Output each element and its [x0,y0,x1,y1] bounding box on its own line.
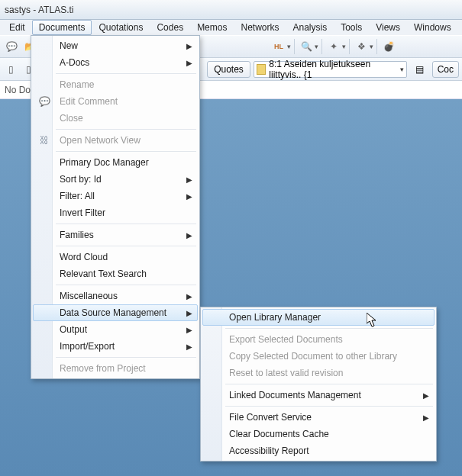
speech-icon[interactable]: 💬 [3,38,20,55]
menu-item-label: Miscellaneous [60,291,118,301]
menu-windows[interactable]: Windows [407,20,458,35]
coc-button[interactable]: Coc [432,61,459,78]
search-icon[interactable]: 🔍 [298,38,315,55]
quotation-selector[interactable]: 8:1 Aseiden kuljetukseen liittyvis.. {1 … [254,61,407,78]
dsm-separator [225,384,433,384]
documents-item-word-cloud[interactable]: Word Cloud [33,249,198,265]
menu-item-label: New [60,40,78,51]
chevron-down-icon: ▾ [400,66,404,73]
documents-item-families[interactable]: Families▶ [33,227,198,243]
documents-item-output[interactable]: Output▶ [33,321,198,338]
menu-item-label: Sort by: Id [60,174,102,185]
title-bar: sastys - ATLAS.ti [0,0,462,20]
documents-separator [56,73,196,74]
menu-analysis[interactable]: Analysis [286,20,334,35]
menu-item-label: Close [60,113,83,124]
menu-documents[interactable]: Documents [32,20,92,35]
submenu-arrow-icon: ▶ [186,292,192,301]
menu-bar: EditDocumentsQuotationsCodesMemosNetwork… [0,20,462,35]
quotation-selector-text: 8:1 Aseiden kuljetukseen liittyvis.. {1 [269,59,396,80]
menu-item-label: Clear Documents Cache [229,429,329,439]
bomb-icon[interactable]: 💣 [380,38,397,55]
dsm-item-linked-documents-management[interactable]: Linked Documents Management▶ [202,387,435,404]
submenu-arrow-icon: ▶ [186,59,192,67]
dsm-item-open-library-manager[interactable]: Open Library Manager [202,309,435,326]
submenu-arrow-icon: ▶ [423,413,429,422]
menu-edit[interactable]: Edit [2,20,32,35]
documents-separator [56,151,196,152]
menu-item-label: Families [60,230,94,240]
menu-tools[interactable]: Tools [334,20,369,35]
dsm-item-reset-to-latest-valid-revision: Reset to latest valid revision [202,365,435,381]
documents-menu: New▶A-Docs▶RenameEdit Comment💬CloseOpen … [31,35,200,379]
menu-item-label: Accessibility Report [229,445,309,456]
menu-item-label: Remove from Project [60,363,146,374]
submenu-arrow-icon: ▶ [186,42,192,50]
menu-item-label: Open Network View [60,135,141,146]
menu-item-label: Output [60,324,87,335]
documents-item-open-network-view: Open Network View⛓ [33,132,198,149]
dsm-item-clear-documents-cache[interactable]: Clear Documents Cache [202,426,435,442]
submenu-arrow-icon: ▶ [186,326,192,334]
net-icon: ⛓ [37,135,52,146]
menu-item-label: Linked Documents Management [229,390,361,400]
menu-item-label: File Convert Service [229,412,312,423]
menu-item-label: A-Docs [60,57,89,68]
documents-item-a-docs[interactable]: A-Docs▶ [33,54,198,71]
documents-item-edit-comment: Edit Comment💬 [33,93,198,110]
dsm-item-accessibility-report[interactable]: Accessibility Report [202,442,435,459]
data-source-management-submenu: Open Library ManagerExport Selected Docu… [200,307,437,462]
xml-icon[interactable]: HL [270,38,287,55]
menu-codes[interactable]: Codes [150,20,190,35]
no-doc-message: No Do [5,85,31,95]
menu-memos[interactable]: Memos [190,20,234,35]
documents-item-rename: Rename [33,76,198,93]
dsm-separator [225,328,433,329]
documents-separator [56,285,196,285]
submenu-arrow-icon: ▶ [186,192,192,201]
documents-item-miscellaneous[interactable]: Miscellaneous▶ [33,288,198,304]
window-title: sastys - ATLAS.ti [5,5,73,15]
menu-item-label: Primary Doc Manager [60,157,149,168]
documents-item-primary-doc-manager[interactable]: Primary Doc Manager [33,154,198,171]
documents-separator [56,357,196,358]
documents-item-import-export[interactable]: Import/Export▶ [33,338,198,355]
menu-item-label: Reset to latest valid revision [229,368,343,378]
menu-item-label: Import/Export [60,341,115,352]
documents-item-data-source-management[interactable]: Data Source Management▶ [33,304,198,321]
submenu-arrow-icon: ▶ [423,391,429,400]
menu-item-label: Data Source Management [60,307,166,318]
menu-item-label: Copy Selected Document to other Library [229,351,397,362]
pdocs-button[interactable]: ▯ [3,61,19,78]
nav-button[interactable]: ▤ [410,61,429,78]
menu-networks[interactable]: Networks [234,20,286,35]
menu-help[interactable]: Help [458,20,462,35]
menu-item-label: Rename [60,79,94,90]
submenu-arrow-icon: ▶ [186,309,192,317]
documents-separator [56,246,196,246]
menu-views[interactable]: Views [369,20,407,35]
wand-icon[interactable]: ✦ [325,38,342,55]
documents-item-remove-from-project: Remove from Project [33,360,198,377]
speech-icon: 💬 [37,96,52,107]
documents-item-new[interactable]: New▶ [33,37,198,54]
menu-item-label: Relevant Text Search [60,269,147,279]
menu-item-label: Word Cloud [60,252,108,262]
menu-item-label: Invert Filter [60,207,105,218]
dsm-item-file-convert-service[interactable]: File Convert Service▶ [202,409,435,426]
documents-item-relevant-text-search[interactable]: Relevant Text Search [33,265,198,282]
submenu-arrow-icon: ▶ [186,343,192,351]
submenu-arrow-icon: ▶ [186,175,192,184]
menu-item-label: Open Library Manager [229,312,321,323]
menu-quotations[interactable]: Quotations [92,20,150,35]
documents-separator [56,129,196,130]
documents-item-close: Close [33,110,198,127]
menu-item-label: Edit Comment [60,96,118,107]
dsm-item-export-selected-documents: Export Selected Documents [202,331,435,348]
documents-item-sort-by-id[interactable]: Sort by: Id▶ [33,171,198,188]
quotes-button[interactable]: Quotes [207,61,250,78]
doc-icon [257,64,266,75]
codes-icon[interactable]: ❖ [353,38,370,55]
documents-item-invert-filter[interactable]: Invert Filter [33,204,198,221]
documents-item-filter-all[interactable]: Filter: All▶ [33,188,198,204]
